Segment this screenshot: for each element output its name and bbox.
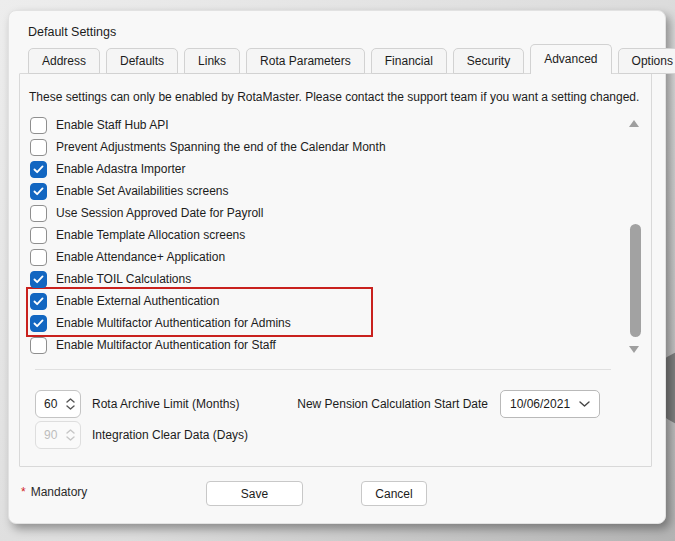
tab-rota-parameters[interactable]: Rota Parameters: [246, 48, 365, 74]
checkbox-label: Prevent Adjustments Spanning the end of …: [56, 140, 386, 154]
setting-row: Enable Template Allocation screens: [20, 224, 620, 246]
checkbox-label: Enable TOIL Calculations: [56, 272, 191, 286]
rota-archive-limit-value: 60: [44, 397, 62, 411]
settings-list: Enable Staff Hub API Prevent Adjustments…: [20, 114, 620, 356]
checkbox[interactable]: [30, 161, 47, 178]
tab-options[interactable]: Options: [618, 48, 675, 74]
checkbox-label: Enable Adastra Importer: [56, 162, 185, 176]
checkbox[interactable]: [30, 227, 47, 244]
rota-archive-limit-label: Rota Archive Limit (Months): [92, 397, 239, 411]
pension-start-date-dropdown[interactable]: 10/06/2021: [500, 390, 600, 418]
chevron-down-icon: [579, 401, 590, 407]
spinner-up-icon: [66, 429, 75, 434]
default-settings-dialog: Default Settings AddressDefaultsLinksRot…: [8, 10, 666, 524]
tab-label: Advanced: [544, 52, 597, 66]
integration-clear-data-value: 90: [44, 428, 62, 442]
checkbox[interactable]: [30, 337, 47, 354]
save-button[interactable]: Save: [206, 481, 303, 506]
setting-row: Enable Adastra Importer: [20, 158, 620, 180]
tab-security[interactable]: Security: [453, 48, 524, 74]
tab-financial[interactable]: Financial: [371, 48, 447, 74]
tab-label: Security: [467, 54, 510, 68]
tab-links[interactable]: Links: [184, 48, 240, 74]
tab-advanced[interactable]: Advanced: [530, 44, 611, 74]
tab-label: Defaults: [120, 54, 164, 68]
mandatory-label: Mandatory: [31, 485, 88, 499]
scrollbar-up-icon[interactable]: [629, 120, 639, 127]
spinner-up-icon[interactable]: [66, 398, 75, 403]
integration-clear-data-stepper: 90: [35, 421, 81, 449]
settings-note: These settings can only be enabled by Ro…: [29, 90, 639, 104]
checkbox-label: Enable External Authentication: [56, 294, 219, 308]
checkbox-label: Enable Staff Hub API: [56, 118, 169, 132]
mandatory-asterisk: *: [21, 485, 26, 499]
tab-label: Links: [198, 54, 226, 68]
tab-label: Options: [632, 54, 673, 68]
checkbox-label: Enable Attendance+ Application: [56, 250, 225, 264]
setting-row: Enable External Authentication: [20, 290, 620, 312]
check-icon: [33, 319, 44, 328]
check-icon: [33, 297, 44, 306]
tab-bar: AddressDefaultsLinksRota ParametersFinan…: [28, 47, 675, 74]
checkbox-label: Use Session Approved Date for Payroll: [56, 206, 263, 220]
setting-row: Enable Set Availabilities screens: [20, 180, 620, 202]
tab-address[interactable]: Address: [28, 48, 100, 74]
setting-row: Enable Multifactor Authentication for St…: [20, 334, 620, 356]
cancel-button[interactable]: Cancel: [361, 481, 427, 506]
setting-row: Enable Staff Hub API: [20, 114, 620, 136]
tab-defaults[interactable]: Defaults: [106, 48, 178, 74]
check-icon: [33, 165, 44, 174]
checkbox-label: Enable Template Allocation screens: [56, 228, 245, 242]
tab-label: Rota Parameters: [260, 54, 351, 68]
checkbox-label: Enable Multifactor Authentication for St…: [56, 338, 276, 352]
checkbox-label: Enable Set Availabilities screens: [56, 184, 229, 198]
checkbox[interactable]: [30, 139, 47, 156]
checkbox-label: Enable Multifactor Authentication for Ad…: [56, 316, 291, 330]
rota-archive-limit-stepper[interactable]: 60: [35, 390, 81, 418]
spinner-down-icon: [66, 436, 75, 441]
tab-label: Address: [42, 54, 86, 68]
spinner-down-icon[interactable]: [66, 405, 75, 410]
checkbox[interactable]: [30, 293, 47, 310]
page-title: Default Settings: [28, 25, 116, 39]
setting-row: Enable Attendance+ Application: [20, 246, 620, 268]
checkbox[interactable]: [30, 205, 47, 222]
pension-start-date-label: New Pension Calculation Start Date: [297, 397, 488, 411]
checkbox[interactable]: [30, 271, 47, 288]
checkbox[interactable]: [30, 249, 47, 266]
integration-clear-data-label: Integration Clear Data (Days): [92, 428, 248, 442]
setting-row: Enable TOIL Calculations: [20, 268, 620, 290]
mandatory-note: *Mandatory: [21, 485, 87, 499]
scrollbar-down-icon[interactable]: [629, 346, 639, 353]
divider: [35, 369, 611, 370]
check-icon: [33, 187, 44, 196]
setting-row: Enable Multifactor Authentication for Ad…: [20, 312, 620, 334]
tab-label: Financial: [385, 54, 433, 68]
checkbox[interactable]: [30, 315, 47, 332]
check-icon: [33, 275, 44, 284]
setting-row: Use Session Approved Date for Payroll: [20, 202, 620, 224]
checkbox[interactable]: [30, 117, 47, 134]
advanced-tab-panel: These settings can only be enabled by Ro…: [19, 73, 652, 467]
scrollbar-thumb[interactable]: [630, 224, 641, 337]
pension-start-date-value: 10/06/2021: [510, 397, 579, 411]
checkbox[interactable]: [30, 183, 47, 200]
setting-row: Prevent Adjustments Spanning the end of …: [20, 136, 620, 158]
